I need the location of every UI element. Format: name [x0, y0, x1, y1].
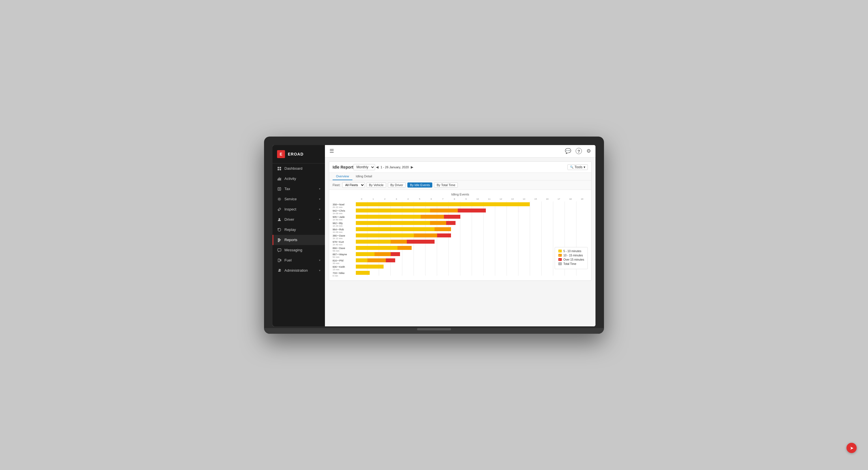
svg-point-22	[280, 269, 281, 270]
svg-rect-1	[280, 166, 281, 168]
chart-bars-area: 0 1 2 3 4 5 6 7 8 9	[356, 198, 588, 278]
label-816-phil: 816 • Phil 33 min	[333, 259, 356, 265]
bar-segment-yellow	[356, 227, 435, 231]
svg-rect-6	[279, 177, 280, 180]
bar-segment-orange	[398, 246, 411, 250]
sidebar-item-fuel[interactable]: Fuel ▾	[273, 255, 325, 265]
tools-button[interactable]: 🔍 Tools ▾	[567, 164, 588, 170]
bar-segment-orange	[435, 227, 451, 231]
sidebar-label-messaging: Messaging	[284, 248, 320, 252]
laptop-screen: E EROAD Dashboard Activity	[273, 145, 595, 326]
bar-segment-yellow	[356, 264, 383, 269]
tools-chevron-icon: ▾	[584, 165, 585, 169]
service-chevron-icon: ▾	[319, 197, 320, 200]
filter-left: Fleet: All Fleets By Vehicle By Driver B…	[333, 182, 458, 188]
bar-segment-red	[391, 252, 400, 256]
bar-segment-red	[407, 240, 435, 244]
messaging-icon	[277, 248, 282, 252]
sidebar-item-replay[interactable]: Replay	[273, 225, 325, 235]
label-905-jade: 905 • Jade 1h 50 min	[333, 215, 356, 222]
svg-line-13	[278, 209, 279, 210]
fleet-select[interactable]: All Fleets	[342, 182, 365, 188]
settings-icon[interactable]: ⚙	[586, 148, 591, 154]
driver-chevron-icon: ▾	[319, 218, 320, 221]
period-dropdown[interactable]: Monthly Weekly Daily	[353, 164, 375, 170]
hamburger-icon[interactable]: ☰	[330, 148, 334, 154]
activity-icon	[277, 177, 282, 181]
svg-rect-16	[278, 240, 281, 240]
report-container: Idle Report Monthly Weekly Daily ◀ 1 - 2…	[325, 158, 595, 326]
sidebar-item-tax[interactable]: Tax ▾	[273, 184, 325, 194]
by-vehicle-button[interactable]: By Vehicle	[367, 183, 386, 188]
by-driver-button[interactable]: By Driver	[388, 183, 406, 188]
bar-row-380	[356, 232, 588, 238]
bar-segment-orange	[414, 233, 437, 238]
bar-row-887	[356, 251, 588, 257]
sidebar-item-administration[interactable]: Administration ▾	[273, 265, 325, 276]
search-small-icon: 🔍	[570, 165, 574, 168]
sidebar-label-dashboard: Dashboard	[284, 166, 320, 170]
bar-segment-yellow	[356, 246, 398, 250]
bar-segment-yellow	[356, 258, 367, 262]
legend-color-total	[558, 262, 562, 265]
svg-rect-18	[278, 241, 279, 242]
label-866-dave: 866 • Dave 58 min	[333, 247, 356, 253]
sidebar-label-driver: Driver	[284, 217, 316, 222]
svg-rect-19	[278, 248, 281, 251]
sidebar-logo: E EROAD	[273, 145, 325, 163]
bar-segment-yellow	[356, 209, 430, 213]
topbar-left: ☰	[330, 148, 334, 154]
sidebar-item-reports[interactable]: Reports	[273, 235, 325, 245]
bar-segment-yellow	[356, 271, 370, 275]
sidebar-item-service[interactable]: Service ▾	[273, 194, 325, 204]
sidebar-item-messaging[interactable]: Messaging	[273, 245, 325, 255]
bar-segment-red	[444, 215, 460, 219]
logo-icon: E	[277, 150, 285, 158]
label-606-keith: 606 • Keith 15 min	[333, 265, 356, 272]
sidebar-item-activity[interactable]: Activity	[273, 174, 325, 184]
help-icon[interactable]: ?	[576, 148, 582, 154]
sidebar-item-dashboard[interactable]: Dashboard	[273, 163, 325, 174]
sidebar-label-service: Service	[284, 197, 316, 201]
label-962-bly: 962 • Bly 1h 29 min	[333, 222, 356, 228]
svg-point-12	[278, 198, 280, 200]
chart-main: 358 • Noel 2h 22 min 942 • Chris 1h 09 m…	[333, 198, 588, 278]
by-idle-events-button[interactable]: By Idle Events	[407, 183, 432, 188]
label-733-mike: 733 • Mike 6 min	[333, 272, 356, 278]
chat-icon[interactable]: 💬	[565, 148, 571, 154]
tab-overview[interactable]: Overview	[333, 173, 352, 180]
svg-rect-20	[278, 259, 280, 262]
driver-icon	[277, 217, 282, 222]
date-next-button[interactable]: ▶	[410, 165, 414, 169]
bar-segment-orange	[430, 221, 446, 225]
inspect-chevron-icon: ▾	[319, 208, 320, 211]
main-content: ☰ 💬 ? ⚙ Idle Report Monthly	[325, 145, 595, 326]
tab-idling-detail[interactable]: Idling Detail	[352, 173, 375, 180]
date-prev-button[interactable]: ◀	[375, 165, 379, 169]
period-selector: Monthly Weekly Daily	[353, 164, 375, 170]
legend-color-red: ✓	[558, 258, 562, 261]
chart-grid-bars	[356, 201, 588, 276]
report-filters: Fleet: All Fleets By Vehicle By Driver B…	[329, 181, 591, 190]
legend-color-orange: ✓	[558, 254, 562, 257]
sidebar-item-inspect[interactable]: Inspect ▾	[273, 204, 325, 215]
bar-row-606	[356, 264, 588, 270]
bar-segment-orange	[374, 252, 391, 256]
admin-icon	[277, 268, 282, 273]
bar-row-905	[356, 214, 588, 220]
legend-over-15: ✓ Over 15 minutes	[558, 258, 584, 261]
fleet-label: Fleet:	[333, 183, 341, 187]
fuel-icon	[277, 258, 282, 262]
laptop-frame: E EROAD Dashboard Activity	[264, 136, 604, 334]
svg-rect-0	[278, 166, 279, 168]
bar-segment-red	[446, 221, 456, 225]
by-total-time-button[interactable]: By Total Time	[434, 183, 458, 188]
sidebar-label-inspect: Inspect	[284, 207, 316, 211]
bar-segment-yellow	[356, 240, 391, 244]
bar-row-964	[356, 226, 588, 232]
report-tabs: Overview Idling Detail	[329, 173, 591, 181]
admin-chevron-icon: ▾	[319, 269, 320, 272]
sidebar-item-driver[interactable]: Driver ▾	[273, 215, 325, 225]
svg-rect-2	[278, 168, 279, 170]
bar-segment-red	[437, 233, 451, 238]
